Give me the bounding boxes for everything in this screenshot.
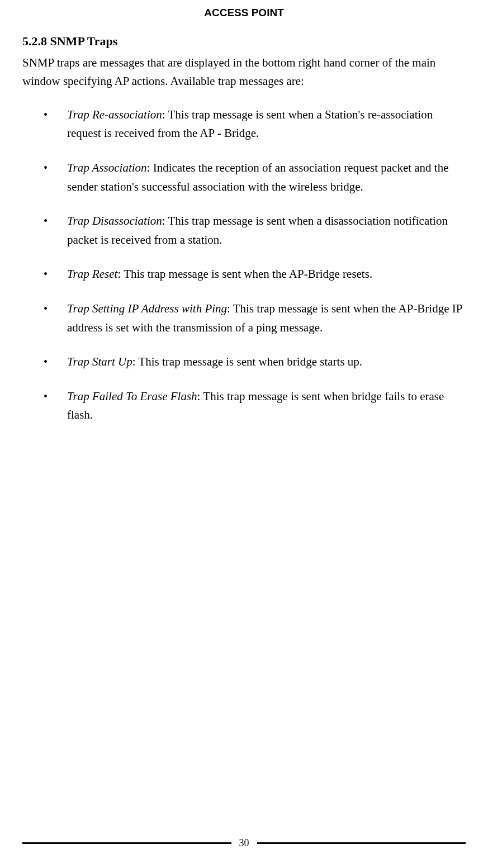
list-item: Trap Re-association: This trap message i… (44, 106, 466, 143)
trap-term: Trap Disassociation (67, 214, 162, 227)
footer-line-left (22, 842, 231, 844)
list-item: Trap Failed To Erase Flash: This trap me… (44, 387, 466, 425)
page-number: 30 (239, 835, 249, 851)
section-heading: 5.2.8 SNMP Traps (22, 31, 466, 51)
trap-term: Trap Failed To Erase Flash (67, 390, 197, 403)
list-item: Trap Disassociation: This trap message i… (44, 212, 466, 249)
trap-term: Trap Reset (67, 267, 117, 281)
page-footer: 30 (0, 835, 488, 851)
trap-term: Trap Association (67, 161, 147, 174)
list-item: Trap Reset: This trap message is sent wh… (44, 265, 466, 284)
trap-desc: : This trap message is sent when bridge … (132, 355, 362, 368)
section-title: SNMP Traps (50, 34, 118, 48)
intro-paragraph: SNMP traps are messages that are display… (22, 54, 466, 91)
footer-line-right (257, 842, 466, 844)
trap-term: Trap Re-association (67, 108, 162, 121)
list-item: Trap Association: Indicates the receptio… (44, 159, 466, 196)
trap-term: Trap Start Up (67, 355, 132, 368)
trap-list: Trap Re-association: This trap message i… (22, 106, 466, 425)
trap-desc: : This trap message is sent when the AP-… (117, 267, 372, 281)
list-item: Trap Setting IP Address with Ping: This … (44, 300, 466, 337)
list-item: Trap Start Up: This trap message is sent… (44, 353, 466, 372)
trap-term: Trap Setting IP Address with Ping (67, 302, 227, 315)
section-number: 5.2.8 (22, 34, 47, 48)
page-header: ACCESS POINT (22, 0, 466, 31)
